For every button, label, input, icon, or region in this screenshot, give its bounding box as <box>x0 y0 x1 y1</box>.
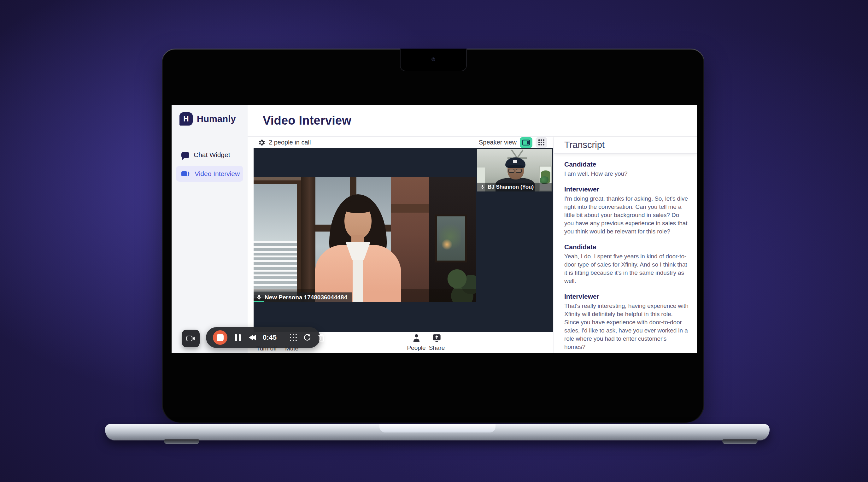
chat-bubble-icon <box>181 152 189 158</box>
laptop-foot <box>164 440 199 444</box>
participant-shirt <box>352 254 363 302</box>
video-stage: New Persona 1748036044484 <box>254 148 553 332</box>
sidebar: H Humanly Chat Widget Video Interview <box>172 105 248 353</box>
pause-button[interactable] <box>235 334 241 341</box>
recorder-toolbar: 0:45 <box>206 327 320 348</box>
participant-hairline <box>342 201 374 213</box>
sidebar-item-label: Video Interview <box>195 170 240 178</box>
laptop-screen: H Humanly Chat Widget Video Interview <box>162 49 704 423</box>
transcript-speaker: Interviewer <box>564 293 689 300</box>
main-participant-video[interactable]: New Persona 1748036044484 <box>254 177 476 302</box>
brand-logo: H Humanly <box>172 105 248 125</box>
self-video-tile[interactable]: BJ Shannon (You) <box>477 149 552 191</box>
transcript-header: Transcript <box>554 137 697 154</box>
speaker-view-toggle[interactable] <box>520 137 532 148</box>
transcript-entry: Candidate Yeah, I do. I spent five years… <box>564 243 689 285</box>
laptop-base <box>105 424 770 440</box>
drag-dots-icon[interactable] <box>290 334 297 341</box>
laptop-notch <box>400 49 467 71</box>
scene-window-left <box>254 180 301 302</box>
transcript-text: Yeah, I do. I spent five years in kind o… <box>564 252 689 285</box>
sidebar-item-label: Chat Widget <box>194 151 230 159</box>
audio-level-indicator <box>254 301 264 302</box>
page-title: Video Interview <box>263 114 351 127</box>
transcript-text: That's really interesting, having experi… <box>564 302 689 351</box>
self-name-tag: BJ Shannon (You) <box>477 183 552 191</box>
brand-name: Humanly <box>197 114 236 124</box>
camera-button-icon <box>186 335 195 342</box>
stop-recording-button[interactable] <box>213 330 227 345</box>
trash-icon <box>318 333 325 342</box>
laptop-foot <box>722 440 757 444</box>
transcript-entry: Interviewer That's really interesting, h… <box>564 293 689 351</box>
share-screen-icon <box>432 334 441 342</box>
transcript-entry: Candidate I am well. How are you? <box>564 160 689 178</box>
view-mode-label: Speaker view <box>479 139 517 146</box>
main-participant-name-tag: New Persona 1748036044484 <box>254 293 352 302</box>
stop-icon <box>217 334 224 341</box>
speaker-view-icon <box>522 140 530 146</box>
humanly-logo-icon: H <box>180 112 193 125</box>
transcript-body[interactable]: Candidate I am well. How are you? Interv… <box>554 154 697 353</box>
video-camera-icon <box>181 171 190 177</box>
transcript-panel: Transcript Candidate I am well. How are … <box>554 137 697 353</box>
laptop-thumb-groove <box>379 424 496 432</box>
transcript-speaker: Candidate <box>564 160 689 168</box>
transcript-text: I am well. How are you? <box>564 170 689 178</box>
scene-window-right <box>435 214 467 263</box>
transcript-text: I'm doing great, thanks for asking. So, … <box>564 194 689 236</box>
self-participant-name: BJ Shannon (You) <box>488 184 534 190</box>
app-header: Video Interview <box>248 105 697 137</box>
scene-lamp-glow <box>441 239 452 250</box>
transcript-title: Transcript <box>564 140 604 150</box>
main-content: Video Interview 2 people in <box>248 105 697 353</box>
mic-icon <box>480 184 485 190</box>
main-participant-name: New Persona 1748036044484 <box>265 294 347 301</box>
self-cap-logo <box>513 160 517 163</box>
humanly-app-window: H Humanly Chat Widget Video Interview <box>172 105 697 353</box>
delete-recording-button[interactable] <box>318 333 325 342</box>
rewind-button[interactable] <box>249 335 256 340</box>
restart-icon <box>303 333 311 342</box>
gear-icon[interactable] <box>258 139 265 146</box>
recording-time: 0:45 <box>263 333 277 342</box>
share-screen-button[interactable]: Share <box>429 334 445 352</box>
grid-view-toggle[interactable] <box>535 137 547 148</box>
self-glasses <box>508 169 522 173</box>
call-top-bar: 2 people in call Speaker view <box>248 137 554 148</box>
call-panel: 2 people in call Speaker view <box>248 137 554 353</box>
sidebar-item-chat-widget[interactable]: Chat Widget <box>176 147 243 163</box>
transcript-speaker: Candidate <box>564 243 689 251</box>
transcript-entry: Interviewer I'm doing great, thanks for … <box>564 185 689 236</box>
call-status: 2 people in call <box>269 139 311 146</box>
transcript-speaker: Interviewer <box>564 185 689 193</box>
restart-recording-button[interactable] <box>303 333 311 342</box>
sidebar-item-video-interview[interactable]: Video Interview <box>176 166 243 182</box>
mic-icon <box>257 294 261 301</box>
webcam-icon <box>432 57 435 61</box>
self-cap-brim <box>506 165 525 168</box>
grid-view-icon <box>538 140 545 145</box>
sidebar-nav: Chat Widget Video Interview <box>172 147 248 182</box>
recorder-camera-button[interactable] <box>182 330 200 347</box>
people-icon <box>412 334 421 342</box>
people-button[interactable]: People <box>407 334 426 352</box>
scene-pillar <box>301 177 315 302</box>
